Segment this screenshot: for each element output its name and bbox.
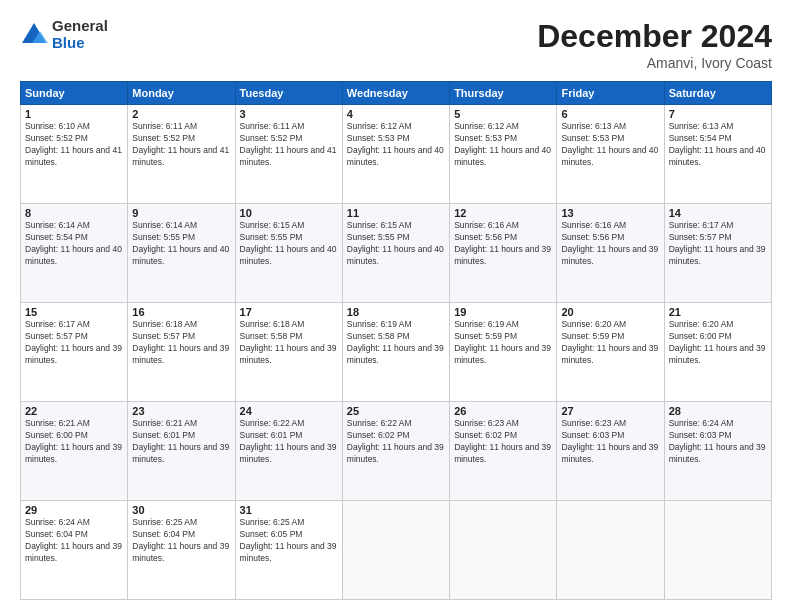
calendar-table: Sunday Monday Tuesday Wednesday Thursday… — [20, 81, 772, 600]
table-row: 16 Sunrise: 6:18 AM Sunset: 5:57 PM Dayl… — [128, 303, 235, 402]
day-number: 6 — [561, 108, 659, 120]
table-row: 27 Sunrise: 6:23 AM Sunset: 6:03 PM Dayl… — [557, 402, 664, 501]
location: Amanvi, Ivory Coast — [537, 55, 772, 71]
day-info: Sunrise: 6:16 AM Sunset: 5:56 PM Dayligh… — [561, 220, 659, 268]
table-row: 11 Sunrise: 6:15 AM Sunset: 5:55 PM Dayl… — [342, 204, 449, 303]
logo: General Blue — [20, 18, 108, 51]
day-info: Sunrise: 6:24 AM Sunset: 6:03 PM Dayligh… — [669, 418, 767, 466]
day-number: 28 — [669, 405, 767, 417]
table-row: 19 Sunrise: 6:19 AM Sunset: 5:59 PM Dayl… — [450, 303, 557, 402]
table-row: 15 Sunrise: 6:17 AM Sunset: 5:57 PM Dayl… — [21, 303, 128, 402]
logo-icon — [20, 21, 48, 49]
day-info: Sunrise: 6:25 AM Sunset: 6:04 PM Dayligh… — [132, 517, 230, 565]
day-info: Sunrise: 6:12 AM Sunset: 5:53 PM Dayligh… — [454, 121, 552, 169]
day-info: Sunrise: 6:18 AM Sunset: 5:58 PM Dayligh… — [240, 319, 338, 367]
day-number: 24 — [240, 405, 338, 417]
col-friday: Friday — [557, 82, 664, 105]
day-info: Sunrise: 6:25 AM Sunset: 6:05 PM Dayligh… — [240, 517, 338, 565]
calendar-week-row: 15 Sunrise: 6:17 AM Sunset: 5:57 PM Dayl… — [21, 303, 772, 402]
col-wednesday: Wednesday — [342, 82, 449, 105]
day-number: 18 — [347, 306, 445, 318]
table-row: 24 Sunrise: 6:22 AM Sunset: 6:01 PM Dayl… — [235, 402, 342, 501]
calendar-week-row: 1 Sunrise: 6:10 AM Sunset: 5:52 PM Dayli… — [21, 105, 772, 204]
day-number: 13 — [561, 207, 659, 219]
day-info: Sunrise: 6:13 AM Sunset: 5:54 PM Dayligh… — [669, 121, 767, 169]
table-row: 22 Sunrise: 6:21 AM Sunset: 6:00 PM Dayl… — [21, 402, 128, 501]
day-number: 17 — [240, 306, 338, 318]
day-number: 16 — [132, 306, 230, 318]
day-number: 10 — [240, 207, 338, 219]
day-number: 1 — [25, 108, 123, 120]
day-number: 20 — [561, 306, 659, 318]
day-info: Sunrise: 6:14 AM Sunset: 5:54 PM Dayligh… — [25, 220, 123, 268]
col-sunday: Sunday — [21, 82, 128, 105]
day-info: Sunrise: 6:23 AM Sunset: 6:03 PM Dayligh… — [561, 418, 659, 466]
table-row — [342, 501, 449, 600]
day-info: Sunrise: 6:20 AM Sunset: 6:00 PM Dayligh… — [669, 319, 767, 367]
day-number: 25 — [347, 405, 445, 417]
day-info: Sunrise: 6:11 AM Sunset: 5:52 PM Dayligh… — [240, 121, 338, 169]
day-info: Sunrise: 6:22 AM Sunset: 6:01 PM Dayligh… — [240, 418, 338, 466]
col-thursday: Thursday — [450, 82, 557, 105]
table-row: 2 Sunrise: 6:11 AM Sunset: 5:52 PM Dayli… — [128, 105, 235, 204]
day-info: Sunrise: 6:12 AM Sunset: 5:53 PM Dayligh… — [347, 121, 445, 169]
day-info: Sunrise: 6:16 AM Sunset: 5:56 PM Dayligh… — [454, 220, 552, 268]
day-number: 7 — [669, 108, 767, 120]
day-number: 19 — [454, 306, 552, 318]
table-row: 21 Sunrise: 6:20 AM Sunset: 6:00 PM Dayl… — [664, 303, 771, 402]
day-number: 23 — [132, 405, 230, 417]
table-row: 13 Sunrise: 6:16 AM Sunset: 5:56 PM Dayl… — [557, 204, 664, 303]
day-info: Sunrise: 6:19 AM Sunset: 5:59 PM Dayligh… — [454, 319, 552, 367]
day-number: 2 — [132, 108, 230, 120]
header: General Blue December 2024 Amanvi, Ivory… — [20, 18, 772, 71]
logo-blue-text: Blue — [52, 35, 108, 52]
day-info: Sunrise: 6:10 AM Sunset: 5:52 PM Dayligh… — [25, 121, 123, 169]
table-row — [450, 501, 557, 600]
day-number: 30 — [132, 504, 230, 516]
day-info: Sunrise: 6:20 AM Sunset: 5:59 PM Dayligh… — [561, 319, 659, 367]
table-row: 9 Sunrise: 6:14 AM Sunset: 5:55 PM Dayli… — [128, 204, 235, 303]
day-info: Sunrise: 6:24 AM Sunset: 6:04 PM Dayligh… — [25, 517, 123, 565]
month-title: December 2024 — [537, 18, 772, 55]
table-row: 12 Sunrise: 6:16 AM Sunset: 5:56 PM Dayl… — [450, 204, 557, 303]
day-info: Sunrise: 6:23 AM Sunset: 6:02 PM Dayligh… — [454, 418, 552, 466]
day-number: 5 — [454, 108, 552, 120]
table-row: 28 Sunrise: 6:24 AM Sunset: 6:03 PM Dayl… — [664, 402, 771, 501]
table-row: 23 Sunrise: 6:21 AM Sunset: 6:01 PM Dayl… — [128, 402, 235, 501]
table-row: 25 Sunrise: 6:22 AM Sunset: 6:02 PM Dayl… — [342, 402, 449, 501]
day-number: 22 — [25, 405, 123, 417]
day-number: 14 — [669, 207, 767, 219]
day-number: 11 — [347, 207, 445, 219]
table-row: 7 Sunrise: 6:13 AM Sunset: 5:54 PM Dayli… — [664, 105, 771, 204]
table-row: 10 Sunrise: 6:15 AM Sunset: 5:55 PM Dayl… — [235, 204, 342, 303]
table-row — [664, 501, 771, 600]
day-info: Sunrise: 6:21 AM Sunset: 6:01 PM Dayligh… — [132, 418, 230, 466]
calendar-week-row: 8 Sunrise: 6:14 AM Sunset: 5:54 PM Dayli… — [21, 204, 772, 303]
table-row: 31 Sunrise: 6:25 AM Sunset: 6:05 PM Dayl… — [235, 501, 342, 600]
day-info: Sunrise: 6:15 AM Sunset: 5:55 PM Dayligh… — [347, 220, 445, 268]
day-number: 27 — [561, 405, 659, 417]
day-number: 8 — [25, 207, 123, 219]
day-info: Sunrise: 6:18 AM Sunset: 5:57 PM Dayligh… — [132, 319, 230, 367]
day-info: Sunrise: 6:17 AM Sunset: 5:57 PM Dayligh… — [25, 319, 123, 367]
calendar-week-row: 22 Sunrise: 6:21 AM Sunset: 6:00 PM Dayl… — [21, 402, 772, 501]
day-info: Sunrise: 6:19 AM Sunset: 5:58 PM Dayligh… — [347, 319, 445, 367]
table-row: 6 Sunrise: 6:13 AM Sunset: 5:53 PM Dayli… — [557, 105, 664, 204]
table-row: 3 Sunrise: 6:11 AM Sunset: 5:52 PM Dayli… — [235, 105, 342, 204]
table-row: 5 Sunrise: 6:12 AM Sunset: 5:53 PM Dayli… — [450, 105, 557, 204]
day-info: Sunrise: 6:21 AM Sunset: 6:00 PM Dayligh… — [25, 418, 123, 466]
day-number: 31 — [240, 504, 338, 516]
calendar-week-row: 29 Sunrise: 6:24 AM Sunset: 6:04 PM Dayl… — [21, 501, 772, 600]
table-row: 20 Sunrise: 6:20 AM Sunset: 5:59 PM Dayl… — [557, 303, 664, 402]
table-row: 14 Sunrise: 6:17 AM Sunset: 5:57 PM Dayl… — [664, 204, 771, 303]
day-number: 12 — [454, 207, 552, 219]
logo-general-text: General — [52, 18, 108, 35]
day-info: Sunrise: 6:22 AM Sunset: 6:02 PM Dayligh… — [347, 418, 445, 466]
col-saturday: Saturday — [664, 82, 771, 105]
day-info: Sunrise: 6:15 AM Sunset: 5:55 PM Dayligh… — [240, 220, 338, 268]
calendar-header-row: Sunday Monday Tuesday Wednesday Thursday… — [21, 82, 772, 105]
day-number: 26 — [454, 405, 552, 417]
day-info: Sunrise: 6:13 AM Sunset: 5:53 PM Dayligh… — [561, 121, 659, 169]
col-tuesday: Tuesday — [235, 82, 342, 105]
table-row: 4 Sunrise: 6:12 AM Sunset: 5:53 PM Dayli… — [342, 105, 449, 204]
